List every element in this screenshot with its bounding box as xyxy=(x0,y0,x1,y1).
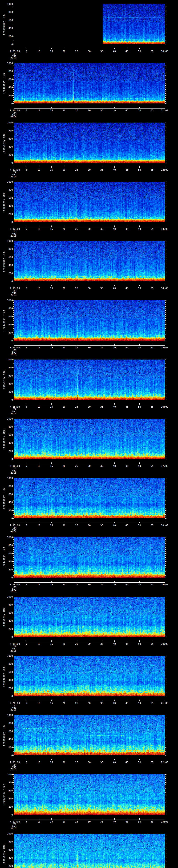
spectrogram-panel: Frequency (Hz) 24 Aug2016 02004006008001… xyxy=(0,770,178,830)
y-axis-tick xyxy=(13,635,14,635)
y-axis-tick xyxy=(13,322,14,323)
y-tick-label: 800 xyxy=(0,722,13,724)
y-axis-tick xyxy=(13,457,14,457)
y-axis-tick xyxy=(165,208,166,208)
y-axis-tick xyxy=(165,77,166,78)
time-tick-label: 40 xyxy=(113,50,116,53)
y-axis-tick xyxy=(13,840,14,840)
y-axis-tick xyxy=(12,545,14,546)
time-tick-label: 45 xyxy=(125,168,128,171)
y-axis-tick xyxy=(165,516,166,517)
y-axis-tick xyxy=(13,574,14,574)
y-axis-tick xyxy=(165,682,166,682)
y-axis-tick xyxy=(165,625,166,625)
y-axis-tick xyxy=(13,85,14,86)
time-axis-tick xyxy=(77,344,77,345)
y-axis-tick xyxy=(165,604,166,605)
y-axis-tick xyxy=(12,451,14,451)
time-start-label: 7:13:00 xyxy=(9,287,20,289)
y-tick-label: 600 xyxy=(0,78,13,81)
time-tick-label: 50 xyxy=(138,820,141,823)
time-axis-tick xyxy=(165,521,165,523)
y-tick-label: 800 xyxy=(0,663,13,665)
y-axis-tick xyxy=(165,753,166,753)
time-tick-label: 10 xyxy=(37,228,40,230)
time-axis-tick xyxy=(127,285,127,286)
y-tick-label: 400 xyxy=(0,27,13,29)
y-axis-tick xyxy=(165,279,166,279)
y-axis-tick xyxy=(165,551,166,552)
y-axis-tick xyxy=(165,306,166,307)
date-line: 2016 xyxy=(10,176,16,178)
y-axis-tick xyxy=(165,143,166,143)
time-tick-label: 40 xyxy=(113,643,116,645)
spectrogram-panel: Frequency (Hz) 24 Aug2016 02004006008001… xyxy=(0,533,178,592)
time-tick-label: 50 xyxy=(138,287,141,289)
y-axis-tick xyxy=(13,668,14,668)
y-axis-tick xyxy=(165,312,166,313)
y-axis-tick xyxy=(165,95,166,96)
spectrogram-panel: Frequency (Hz) 24 Aug2016 02004006008001… xyxy=(0,711,178,770)
time-axis-tick xyxy=(114,581,115,582)
y-tick-label: 400 xyxy=(0,857,13,859)
time-tick-label: 45 xyxy=(125,702,128,704)
y-axis-tick xyxy=(13,480,14,480)
time-tick-label: 45 xyxy=(125,346,128,349)
time-axis-tick xyxy=(77,818,77,819)
y-tick-label: 800 xyxy=(0,781,13,784)
y-tick-label: 400 xyxy=(0,560,13,563)
y-axis-tick xyxy=(13,302,14,303)
y-axis-tick xyxy=(165,73,166,73)
y-tick-label: 0 xyxy=(0,517,13,520)
time-start-label: 7:17:00 xyxy=(9,524,20,527)
y-tick-label: 0 xyxy=(0,754,13,756)
y-axis-tick xyxy=(13,795,14,795)
time-tick-label: 20 xyxy=(63,228,65,230)
y-axis-tick xyxy=(165,780,166,781)
spectrogram-image xyxy=(14,182,165,222)
y-axis-tick xyxy=(165,32,166,32)
y-axis-tick xyxy=(13,565,14,566)
y-tick-label: 0 xyxy=(0,221,13,223)
y-axis-tick xyxy=(13,633,14,633)
time-tick-label: 15 xyxy=(50,406,53,408)
y-axis-tick xyxy=(13,447,14,447)
time-tick-label: 50 xyxy=(138,109,141,112)
y-axis-tick xyxy=(13,194,14,194)
time-tick-label: 30 xyxy=(88,643,91,645)
y-axis-tick xyxy=(165,807,166,807)
date-line: 2016 xyxy=(10,650,16,652)
time-tick-label: 10 xyxy=(37,643,40,645)
time-axis-tick xyxy=(114,641,115,642)
y-axis-tick xyxy=(165,545,166,546)
y-tick-label: 600 xyxy=(0,493,13,495)
time-axis-tick xyxy=(152,759,152,760)
y-axis-tick xyxy=(13,188,14,188)
y-axis-tick xyxy=(13,506,14,506)
y-axis-tick xyxy=(13,682,14,682)
time-tick-label: 30 xyxy=(88,583,91,586)
time-tick-label: 20 xyxy=(63,465,65,467)
time-tick-label: 5 xyxy=(26,761,27,764)
y-tick-label: 800 xyxy=(0,129,13,132)
y-axis-tick xyxy=(13,455,14,455)
y-axis-tick xyxy=(165,512,166,513)
y-axis-tick xyxy=(12,147,14,147)
time-end-label: 11:00 xyxy=(161,109,168,112)
time-axis-tick xyxy=(152,522,152,523)
y-axis-tick xyxy=(165,561,166,562)
time-tick-label: 45 xyxy=(125,820,128,823)
y-axis-tick xyxy=(165,243,166,243)
y-tick-label: 400 xyxy=(0,797,13,800)
time-tick-label: 15 xyxy=(50,228,53,230)
y-axis-tick xyxy=(165,186,166,186)
time-axis-line xyxy=(14,582,165,583)
y-axis-tick xyxy=(12,163,14,163)
time-axis-tick xyxy=(127,522,127,523)
y-axis-tick xyxy=(13,541,14,541)
time-tick-label: 15 xyxy=(50,820,53,823)
y-axis-tick xyxy=(165,196,166,196)
time-tick-label: 5 xyxy=(26,228,27,230)
y-tick-label: 800 xyxy=(0,603,13,606)
time-axis-tick xyxy=(114,285,115,286)
